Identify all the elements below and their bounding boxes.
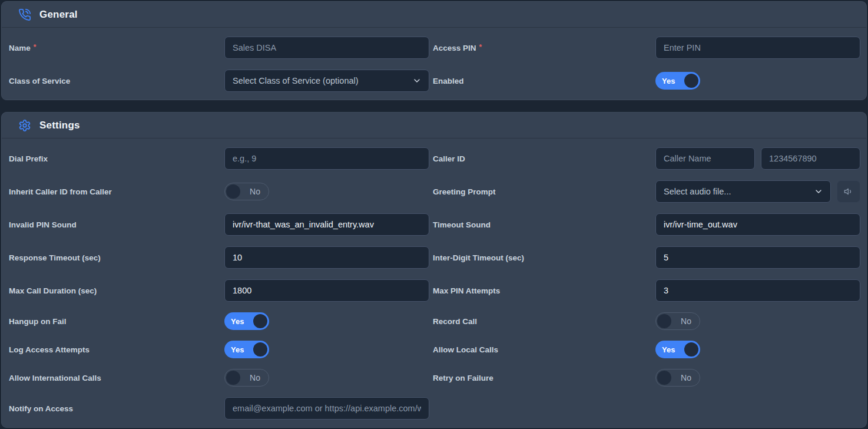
- form-row: Notify on Access: [2, 392, 866, 425]
- field-label-cell: Notify on Access: [9, 404, 224, 413]
- caller-id-label: Caller ID: [433, 154, 465, 163]
- required-asterisk: *: [34, 43, 37, 51]
- caller-id-inputs: [655, 147, 860, 170]
- field-control-cell: Select Class of Service (optional): [224, 70, 429, 92]
- field-label-cell: Allow Local Calls: [429, 345, 655, 354]
- caller-id-input-1[interactable]: [655, 147, 755, 170]
- inherit-caller-id-from-caller-label: Inherit Caller ID from Caller: [9, 187, 112, 196]
- class-of-service-select-value: Select Class of Service (optional): [233, 76, 359, 85]
- allow-international-calls-toggle-label: No: [250, 373, 260, 382]
- toggle-knob: [226, 371, 240, 385]
- invalid-pin-sound-input[interactable]: [224, 213, 429, 236]
- section-settings: SettingsDial PrefixCaller IDInherit Call…: [1, 112, 867, 428]
- access-pin-label: Access PIN: [433, 44, 476, 52]
- field-label-cell: Class of Service: [9, 77, 224, 85]
- name-input[interactable]: [224, 37, 429, 59]
- field-control-cell: Select audio file...: [655, 180, 860, 203]
- enabled-toggle[interactable]: Yes: [655, 72, 700, 90]
- name-label: Name: [9, 44, 31, 52]
- inherit-caller-id-from-caller-toggle-label: No: [250, 187, 260, 196]
- field-label-cell: Greeting Prompt: [429, 187, 655, 196]
- hangup-on-fail-toggle-label: Yes: [231, 317, 244, 326]
- disa-configuration-form: GeneralName*Access PIN*Class of ServiceS…: [0, 0, 868, 428]
- field-label-cell: Access PIN*: [429, 44, 655, 52]
- chevron-down-icon: [412, 76, 422, 85]
- field-control-cell: Yes: [655, 341, 860, 358]
- required-asterisk: *: [479, 43, 482, 51]
- form-row: Log Access AttemptsYesAllow Local CallsY…: [2, 335, 866, 364]
- field-label-cell: Caller ID: [429, 154, 655, 163]
- field-label-cell: Allow International Calls: [9, 374, 224, 382]
- dial-prefix-input[interactable]: [224, 147, 429, 170]
- timeout-sound-input[interactable]: [655, 213, 860, 236]
- field-control-cell: No: [224, 369, 429, 387]
- field-label-cell: Name*: [9, 44, 224, 52]
- caller-id-input-2[interactable]: [761, 147, 860, 170]
- play-audio-button[interactable]: [837, 180, 860, 203]
- greeting-prompt-label: Greeting Prompt: [433, 187, 496, 196]
- log-access-attempts-toggle[interactable]: Yes: [224, 341, 269, 358]
- access-pin-input[interactable]: [655, 37, 860, 59]
- record-call-label: Record Call: [433, 317, 477, 326]
- hangup-on-fail-label: Hangup on Fail: [9, 317, 67, 326]
- inter-digit-timeout-sec-input[interactable]: [655, 246, 860, 269]
- field-control-cell: [655, 246, 860, 269]
- field-control-cell: No: [224, 183, 429, 200]
- greeting-prompt-select-value: Select audio file...: [664, 187, 731, 196]
- field-label-cell: Record Call: [429, 317, 655, 326]
- record-call-toggle-label: No: [681, 316, 691, 326]
- phone-call-icon: [18, 8, 31, 21]
- section-settings-body: Dial PrefixCaller IDInherit Caller ID fr…: [2, 138, 866, 427]
- section-title: Settings: [39, 120, 80, 131]
- field-control-cell: [224, 397, 429, 420]
- allow-international-calls-toggle[interactable]: No: [224, 369, 269, 387]
- section-general-header: General: [2, 2, 866, 28]
- dial-prefix-label: Dial Prefix: [9, 154, 48, 163]
- greeting-prompt-select[interactable]: Select audio file...: [655, 180, 831, 203]
- allow-international-calls-label: Allow International Calls: [9, 374, 101, 382]
- field-label-cell: Invalid PIN Sound: [9, 220, 224, 229]
- class-of-service-select[interactable]: Select Class of Service (optional): [224, 70, 429, 92]
- section-title: General: [39, 9, 78, 21]
- invalid-pin-sound-label: Invalid PIN Sound: [9, 220, 77, 229]
- form-row: Hangup on FailYesRecord CallNo: [2, 307, 866, 335]
- retry-on-failure-toggle[interactable]: No: [655, 369, 700, 387]
- notify-on-access-label: Notify on Access: [9, 404, 73, 413]
- field-control-cell: [224, 147, 429, 170]
- inherit-caller-id-from-caller-toggle[interactable]: No: [224, 183, 269, 200]
- response-timeout-sec-label: Response Timeout (sec): [9, 253, 101, 262]
- field-label-cell: Max Call Duration (sec): [9, 286, 224, 295]
- max-pin-attempts-input[interactable]: [655, 279, 860, 302]
- enabled-toggle-label: Yes: [662, 77, 675, 85]
- allow-local-calls-toggle[interactable]: Yes: [655, 341, 700, 358]
- form-row: Response Timeout (sec)Inter-Digit Timeou…: [2, 241, 866, 274]
- max-call-duration-sec-label: Max Call Duration (sec): [9, 286, 97, 295]
- chevron-down-icon: [814, 187, 823, 196]
- field-control-cell: Yes: [224, 341, 429, 358]
- log-access-attempts-label: Log Access Attempts: [9, 345, 90, 354]
- hangup-on-fail-toggle[interactable]: Yes: [224, 312, 269, 330]
- field-label-cell: Dial Prefix: [9, 154, 224, 163]
- field-label-cell: Inter-Digit Timeout (sec): [429, 253, 655, 262]
- inter-digit-timeout-sec-label: Inter-Digit Timeout (sec): [433, 253, 524, 262]
- field-control-cell: [655, 37, 860, 59]
- retry-on-failure-label: Retry on Failure: [433, 374, 493, 382]
- toggle-knob: [657, 371, 671, 385]
- retry-on-failure-toggle-label: No: [681, 373, 691, 382]
- toggle-knob: [226, 184, 240, 199]
- field-control-cell: [655, 279, 860, 302]
- response-timeout-sec-input[interactable]: [224, 246, 429, 269]
- notify-on-access-input[interactable]: [224, 397, 429, 420]
- form-row: Invalid PIN SoundTimeout Sound: [2, 208, 866, 241]
- timeout-sound-label: Timeout Sound: [433, 220, 491, 229]
- form-row: Dial PrefixCaller ID: [2, 142, 866, 175]
- max-call-duration-sec-input[interactable]: [224, 279, 429, 302]
- field-control-cell: No: [655, 369, 860, 387]
- form-row: Class of ServiceSelect Class of Service …: [2, 64, 866, 97]
- record-call-toggle[interactable]: No: [655, 312, 700, 330]
- form-row: Inherit Caller ID from CallerNoGreeting …: [2, 175, 866, 208]
- field-label-cell: Response Timeout (sec): [9, 253, 224, 262]
- speaker-icon: [844, 187, 853, 196]
- field-control-cell: [655, 213, 860, 236]
- field-label-cell: Log Access Attempts: [9, 345, 224, 354]
